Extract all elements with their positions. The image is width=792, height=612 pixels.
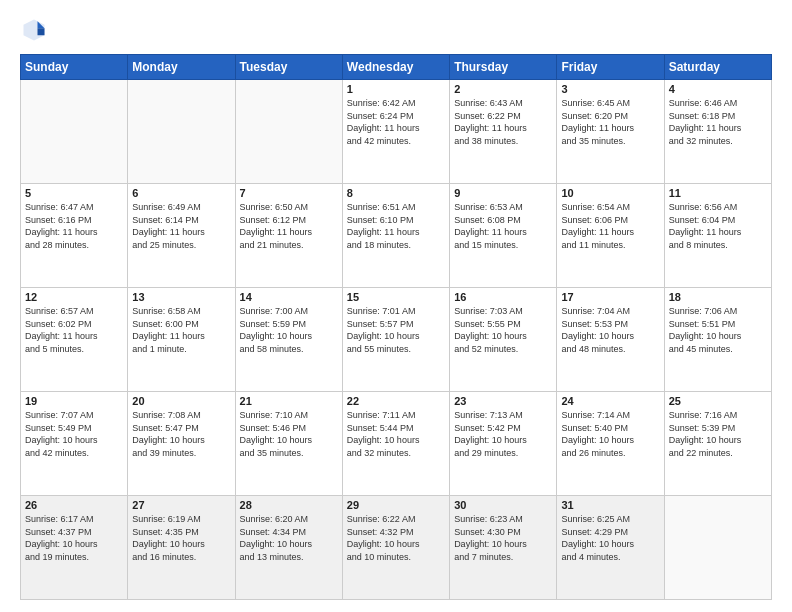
day-cell: 11Sunrise: 6:56 AM Sunset: 6:04 PM Dayli… [664,184,771,288]
day-info: Sunrise: 6:17 AM Sunset: 4:37 PM Dayligh… [25,513,123,563]
day-number: 10 [561,187,659,199]
day-number: 22 [347,395,445,407]
day-cell: 30Sunrise: 6:23 AM Sunset: 4:30 PM Dayli… [450,496,557,600]
day-cell: 18Sunrise: 7:06 AM Sunset: 5:51 PM Dayli… [664,288,771,392]
calendar-table: SundayMondayTuesdayWednesdayThursdayFrid… [20,54,772,600]
day-cell: 14Sunrise: 7:00 AM Sunset: 5:59 PM Dayli… [235,288,342,392]
day-cell [235,80,342,184]
day-info: Sunrise: 7:06 AM Sunset: 5:51 PM Dayligh… [669,305,767,355]
day-info: Sunrise: 6:47 AM Sunset: 6:16 PM Dayligh… [25,201,123,251]
day-number: 2 [454,83,552,95]
day-cell: 15Sunrise: 7:01 AM Sunset: 5:57 PM Dayli… [342,288,449,392]
day-number: 24 [561,395,659,407]
day-number: 1 [347,83,445,95]
day-cell: 10Sunrise: 6:54 AM Sunset: 6:06 PM Dayli… [557,184,664,288]
weekday-thursday: Thursday [450,55,557,80]
day-cell: 28Sunrise: 6:20 AM Sunset: 4:34 PM Dayli… [235,496,342,600]
week-row-2: 12Sunrise: 6:57 AM Sunset: 6:02 PM Dayli… [21,288,772,392]
day-info: Sunrise: 6:42 AM Sunset: 6:24 PM Dayligh… [347,97,445,147]
day-cell: 22Sunrise: 7:11 AM Sunset: 5:44 PM Dayli… [342,392,449,496]
day-cell: 23Sunrise: 7:13 AM Sunset: 5:42 PM Dayli… [450,392,557,496]
day-info: Sunrise: 6:23 AM Sunset: 4:30 PM Dayligh… [454,513,552,563]
day-number: 13 [132,291,230,303]
day-number: 28 [240,499,338,511]
day-info: Sunrise: 7:11 AM Sunset: 5:44 PM Dayligh… [347,409,445,459]
svg-marker-2 [38,28,45,35]
day-cell: 12Sunrise: 6:57 AM Sunset: 6:02 PM Dayli… [21,288,128,392]
day-cell: 31Sunrise: 6:25 AM Sunset: 4:29 PM Dayli… [557,496,664,600]
day-cell: 13Sunrise: 6:58 AM Sunset: 6:00 PM Dayli… [128,288,235,392]
day-number: 20 [132,395,230,407]
day-info: Sunrise: 7:01 AM Sunset: 5:57 PM Dayligh… [347,305,445,355]
day-cell: 20Sunrise: 7:08 AM Sunset: 5:47 PM Dayli… [128,392,235,496]
day-number: 29 [347,499,445,511]
weekday-header-row: SundayMondayTuesdayWednesdayThursdayFrid… [21,55,772,80]
day-info: Sunrise: 7:14 AM Sunset: 5:40 PM Dayligh… [561,409,659,459]
weekday-tuesday: Tuesday [235,55,342,80]
day-cell: 29Sunrise: 6:22 AM Sunset: 4:32 PM Dayli… [342,496,449,600]
day-info: Sunrise: 7:13 AM Sunset: 5:42 PM Dayligh… [454,409,552,459]
day-number: 19 [25,395,123,407]
weekday-monday: Monday [128,55,235,80]
day-cell [128,80,235,184]
weekday-wednesday: Wednesday [342,55,449,80]
day-number: 11 [669,187,767,199]
day-info: Sunrise: 6:22 AM Sunset: 4:32 PM Dayligh… [347,513,445,563]
day-info: Sunrise: 7:07 AM Sunset: 5:49 PM Dayligh… [25,409,123,459]
day-info: Sunrise: 6:49 AM Sunset: 6:14 PM Dayligh… [132,201,230,251]
day-cell: 2Sunrise: 6:43 AM Sunset: 6:22 PM Daylig… [450,80,557,184]
day-number: 16 [454,291,552,303]
day-info: Sunrise: 6:56 AM Sunset: 6:04 PM Dayligh… [669,201,767,251]
day-cell: 7Sunrise: 6:50 AM Sunset: 6:12 PM Daylig… [235,184,342,288]
weekday-sunday: Sunday [21,55,128,80]
day-number: 3 [561,83,659,95]
day-cell [21,80,128,184]
day-number: 4 [669,83,767,95]
day-cell: 21Sunrise: 7:10 AM Sunset: 5:46 PM Dayli… [235,392,342,496]
day-number: 9 [454,187,552,199]
day-info: Sunrise: 6:19 AM Sunset: 4:35 PM Dayligh… [132,513,230,563]
logo-icon [20,16,48,44]
day-info: Sunrise: 7:08 AM Sunset: 5:47 PM Dayligh… [132,409,230,459]
day-number: 18 [669,291,767,303]
day-cell: 19Sunrise: 7:07 AM Sunset: 5:49 PM Dayli… [21,392,128,496]
day-info: Sunrise: 6:57 AM Sunset: 6:02 PM Dayligh… [25,305,123,355]
day-number: 14 [240,291,338,303]
day-number: 17 [561,291,659,303]
day-cell: 6Sunrise: 6:49 AM Sunset: 6:14 PM Daylig… [128,184,235,288]
day-cell: 4Sunrise: 6:46 AM Sunset: 6:18 PM Daylig… [664,80,771,184]
day-cell: 25Sunrise: 7:16 AM Sunset: 5:39 PM Dayli… [664,392,771,496]
day-number: 31 [561,499,659,511]
day-cell: 24Sunrise: 7:14 AM Sunset: 5:40 PM Dayli… [557,392,664,496]
day-info: Sunrise: 6:50 AM Sunset: 6:12 PM Dayligh… [240,201,338,251]
day-number: 15 [347,291,445,303]
weekday-saturday: Saturday [664,55,771,80]
day-number: 6 [132,187,230,199]
day-number: 25 [669,395,767,407]
day-info: Sunrise: 6:20 AM Sunset: 4:34 PM Dayligh… [240,513,338,563]
day-number: 7 [240,187,338,199]
day-number: 12 [25,291,123,303]
week-row-1: 5Sunrise: 6:47 AM Sunset: 6:16 PM Daylig… [21,184,772,288]
day-info: Sunrise: 7:00 AM Sunset: 5:59 PM Dayligh… [240,305,338,355]
day-cell: 26Sunrise: 6:17 AM Sunset: 4:37 PM Dayli… [21,496,128,600]
page: SundayMondayTuesdayWednesdayThursdayFrid… [0,0,792,612]
day-info: Sunrise: 7:04 AM Sunset: 5:53 PM Dayligh… [561,305,659,355]
day-cell: 9Sunrise: 6:53 AM Sunset: 6:08 PM Daylig… [450,184,557,288]
day-cell: 16Sunrise: 7:03 AM Sunset: 5:55 PM Dayli… [450,288,557,392]
day-cell: 27Sunrise: 6:19 AM Sunset: 4:35 PM Dayli… [128,496,235,600]
day-number: 26 [25,499,123,511]
day-info: Sunrise: 6:25 AM Sunset: 4:29 PM Dayligh… [561,513,659,563]
weekday-friday: Friday [557,55,664,80]
week-row-0: 1Sunrise: 6:42 AM Sunset: 6:24 PM Daylig… [21,80,772,184]
day-number: 8 [347,187,445,199]
day-info: Sunrise: 6:45 AM Sunset: 6:20 PM Dayligh… [561,97,659,147]
day-number: 30 [454,499,552,511]
day-cell: 3Sunrise: 6:45 AM Sunset: 6:20 PM Daylig… [557,80,664,184]
day-number: 21 [240,395,338,407]
day-number: 5 [25,187,123,199]
week-row-4: 26Sunrise: 6:17 AM Sunset: 4:37 PM Dayli… [21,496,772,600]
logo [20,16,52,44]
week-row-3: 19Sunrise: 7:07 AM Sunset: 5:49 PM Dayli… [21,392,772,496]
header [20,16,772,44]
